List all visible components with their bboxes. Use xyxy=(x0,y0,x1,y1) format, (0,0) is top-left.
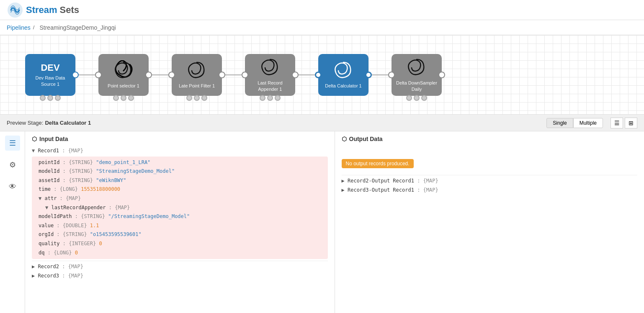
field-quality-name: quality xyxy=(39,241,60,246)
gear-dot xyxy=(40,95,46,101)
record2-output-expand[interactable]: ▶ xyxy=(342,178,345,184)
node-last-record-appender[interactable]: Last RecordAppender 1 xyxy=(245,54,295,96)
record2-name: Record2 xyxy=(38,264,59,269)
record3-output-collapsed[interactable]: ▶ Record3-Output Record1 : {MAP} xyxy=(342,185,638,195)
node-dev[interactable]: DEV Dev Raw DataSource 1 xyxy=(25,54,75,96)
node-point-selector[interactable]: Point selector 1 xyxy=(98,54,149,96)
grid-view-button[interactable]: ⊞ xyxy=(625,118,637,128)
sidebar-eye-icon[interactable]: 👁 xyxy=(5,179,20,194)
spiral-icon-delta-calculator xyxy=(333,60,354,81)
field-attr-expand[interactable]: ▼ xyxy=(39,195,41,201)
node-late-point-filter[interactable]: Late Point Filter 1 xyxy=(172,54,222,96)
spiral-icon-late-point-filter xyxy=(186,60,207,81)
input-panel-icon: ⬡ xyxy=(32,136,37,142)
field-time-type: : {LONG} xyxy=(54,186,81,192)
field-quality: quality : {INTEGER} 0 xyxy=(32,239,326,249)
node-box-point-selector[interactable]: Point selector 1 xyxy=(98,54,149,96)
main-content: ☰ ⚙ 👁 ⬡ Input Data ▼ Record1 : {MAP} xyxy=(0,131,644,313)
field-pointId-value: "demo_point_1_LRA" xyxy=(96,159,150,165)
field-attr-name: attr xyxy=(44,195,57,201)
field-lastRecordAppender[interactable]: ▼ lastRecordAppender : {MAP} xyxy=(32,203,326,213)
output-panel-icon: ⬡ xyxy=(342,136,347,142)
field-modelId-type: : {STRING} xyxy=(63,168,96,174)
output-panel: ⬡ Output Data No output records produced… xyxy=(335,131,644,313)
sidebar-list-icon[interactable]: ☰ xyxy=(5,136,20,151)
pipeline-nodes: DEV Dev Raw DataSource 1 xyxy=(25,54,442,96)
preview-stage-info: Preview Stage: Delta Calculator 1 xyxy=(7,120,91,126)
sidebar-settings-icon[interactable]: ⚙ xyxy=(5,157,20,172)
gear-dot xyxy=(113,95,119,101)
field-quality-value: 0 xyxy=(99,241,102,246)
field-dq: dq : {LONG} 0 xyxy=(32,249,326,258)
multiple-button[interactable]: Multiple xyxy=(573,118,603,128)
gear-dot xyxy=(414,95,420,101)
dev-title: DEV xyxy=(41,62,59,73)
field-time-name: time xyxy=(39,186,51,192)
field-attr-type: : {MAP} xyxy=(60,195,81,201)
node-box-last-record-appender[interactable]: Last RecordAppender 1 xyxy=(245,54,295,96)
input-panel-title-text: Input Data xyxy=(39,136,68,142)
input-port-last-record-appender xyxy=(242,72,248,78)
input-port-late-point-filter xyxy=(168,72,175,78)
breadcrumb-pipelines[interactable]: Pipelines xyxy=(7,24,31,31)
record2-output-type: : {MAP} xyxy=(417,178,438,184)
field-dq-value: 0 xyxy=(75,250,78,256)
gear-dot xyxy=(121,95,126,101)
preview-mode-buttons: Single Multiple xyxy=(546,118,603,128)
output-panel-title-text: Output Data xyxy=(349,136,383,142)
record2-output-name: Record2-Output Record1 xyxy=(348,178,414,184)
field-dq-type: : {LONG} xyxy=(48,250,75,256)
record3-input-collapsed[interactable]: ▶ Record3 : {MAP} xyxy=(32,271,328,280)
input-port-delta-downsampler xyxy=(388,72,395,78)
node-box-dev[interactable]: DEV Dev Raw DataSource 1 xyxy=(25,54,75,96)
app-header: StreamSets xyxy=(0,0,644,20)
node-box-delta-downsampler[interactable]: Delta DownSamplerDaily xyxy=(392,54,442,96)
input-port-point-selector xyxy=(95,72,102,78)
field-pointId: pointId : {STRING} "demo_point_1_LRA" xyxy=(32,158,326,167)
node-delta-downsampler[interactable]: Delta DownSamplerDaily xyxy=(392,54,442,96)
node-delta-calculator[interactable]: Delta Calculator 1 xyxy=(318,54,368,96)
view-mode-buttons: ☰ ⊞ xyxy=(611,118,637,128)
record2-type: : {MAP} xyxy=(62,264,83,269)
record1-type: : {MAP} xyxy=(62,148,83,154)
list-view-button[interactable]: ☰ xyxy=(611,118,623,128)
field-time-value: 1553518800000 xyxy=(81,186,120,192)
record1-body-highlighted: pointId : {STRING} "demo_point_1_LRA" mo… xyxy=(32,156,328,259)
record1-expand[interactable]: ▼ xyxy=(32,148,35,154)
record2-input-collapsed[interactable]: ▶ Record2 : {MAP} xyxy=(32,261,328,271)
field-modelId-value: "StreamingStageDemo_Model" xyxy=(96,168,175,174)
field-value: value : {DOUBLE} 1.1 xyxy=(32,221,326,231)
input-port-delta-calculator xyxy=(315,72,322,78)
field-dq-name: dq xyxy=(39,250,44,256)
preview-controls: Single Multiple ☰ ⊞ xyxy=(546,118,637,128)
field-assetId-type: : {STRING} xyxy=(63,177,96,183)
field-lastRecordAppender-expand[interactable]: ▼ xyxy=(45,205,48,210)
field-assetId-value: "eWiknBWY" xyxy=(96,177,126,183)
left-sidebar: ☰ ⚙ 👁 xyxy=(0,131,25,313)
record1-container: ▼ Record1 : {MAP} pointId : {STRING} "de… xyxy=(32,146,328,259)
node-box-delta-calculator[interactable]: Delta Calculator 1 xyxy=(318,54,368,96)
field-attr[interactable]: ▼ attr : {MAP} xyxy=(32,194,326,203)
gear-dot xyxy=(260,95,265,101)
record3-output-expand[interactable]: ▶ xyxy=(342,187,345,193)
node-box-late-point-filter[interactable]: Late Point Filter 1 xyxy=(172,54,222,96)
record2-output-collapsed[interactable]: ▶ Record2-Output Record1 : {MAP} xyxy=(342,175,638,185)
output-port-delta-calculator xyxy=(365,72,372,78)
record2-expand[interactable]: ▶ xyxy=(32,264,35,269)
field-value-value: 1.1 xyxy=(90,223,99,228)
gear-dot xyxy=(267,95,273,101)
record3-expand[interactable]: ▶ xyxy=(32,273,35,279)
output-port-dev xyxy=(72,72,79,78)
breadcrumb-current: StreamingStageDemo_Jingqi xyxy=(39,24,116,31)
field-lastRecordAppender-name: lastRecordAppender xyxy=(51,205,106,210)
single-button[interactable]: Single xyxy=(546,118,573,128)
gear-dot xyxy=(47,95,53,101)
output-port-point-selector xyxy=(145,72,152,78)
input-panel-title: ⬡ Input Data xyxy=(32,136,328,142)
record1-header[interactable]: ▼ Record1 : {MAP} xyxy=(32,146,328,156)
field-orgId-name: orgId xyxy=(39,231,54,237)
gear-dot xyxy=(55,95,61,101)
field-modelIdPath-value: "/StreamingStageDemo_Model" xyxy=(108,213,190,219)
record3-name: Record3 xyxy=(38,273,59,279)
field-modelIdPath-name: modelIdPath xyxy=(39,213,72,219)
